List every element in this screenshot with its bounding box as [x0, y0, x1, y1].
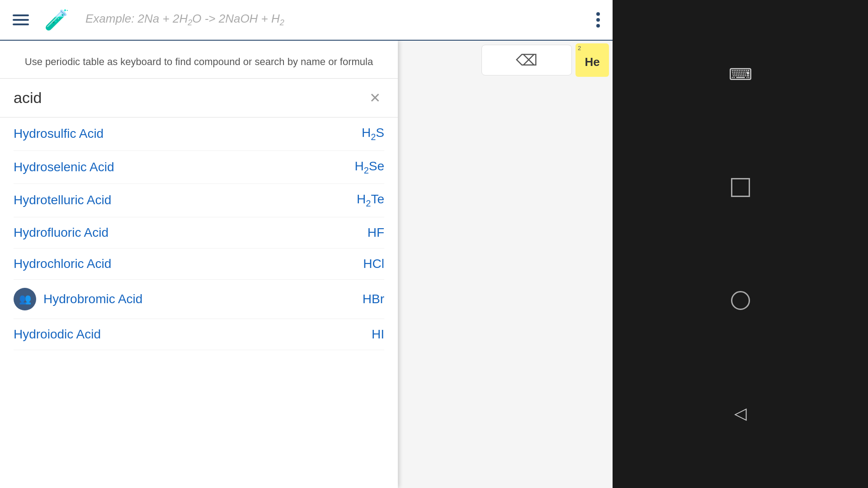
keyboard-nav-button[interactable]: ⌨: [729, 65, 752, 84]
search-overlay: Use periodic table as keyboard to find c…: [0, 41, 398, 488]
clear-button[interactable]: ✕: [366, 86, 384, 109]
periodic-area: 1 H -1 e 3 Li 4 Be: [0, 41, 613, 488]
result-hydrobromic[interactable]: 👥 Hydrobromic Acid HBr: [14, 280, 384, 319]
results-list: Hydrosulfic Acid H2S Hydroselenic Acid H…: [0, 117, 398, 488]
search-input[interactable]: [14, 85, 366, 110]
circle-nav-button[interactable]: [731, 291, 750, 310]
result-hydroselenic[interactable]: Hydroselenic Acid H2Se: [14, 151, 384, 184]
android-nav-bar: ⌨ ◁: [613, 0, 868, 488]
result-hydrochloric[interactable]: Hydrochloric Acid HCl: [14, 249, 384, 280]
more-menu-button[interactable]: [593, 9, 604, 31]
people-icon: 👥: [14, 288, 36, 310]
formula-example: Example: 2Na + 2H2O -> 2NaOH + H2: [81, 12, 584, 28]
backspace-button[interactable]: ⌫: [481, 45, 572, 75]
result-hydrosulfic[interactable]: Hydrosulfic Acid H2S: [14, 117, 384, 151]
square-nav-button[interactable]: [731, 178, 750, 197]
result-hydroiodic[interactable]: Hydroiodic Acid HI: [14, 319, 384, 350]
flask-icon: 🧪: [44, 8, 69, 32]
result-hydrotelluric[interactable]: Hydrotelluric Acid H2Te: [14, 184, 384, 217]
back-nav-button[interactable]: ◁: [734, 404, 747, 423]
search-hint: Use periodic table as keyboard to find c…: [0, 41, 398, 79]
hamburger-menu[interactable]: [9, 11, 33, 29]
result-hydrofluoric[interactable]: Hydrofluoric Acid HF: [14, 217, 384, 249]
top-bar: 🧪 Example: 2Na + 2H2O -> 2NaOH + H2: [0, 0, 613, 41]
search-input-row: ✕: [0, 79, 398, 117]
element-He[interactable]: 2 He: [576, 43, 609, 77]
